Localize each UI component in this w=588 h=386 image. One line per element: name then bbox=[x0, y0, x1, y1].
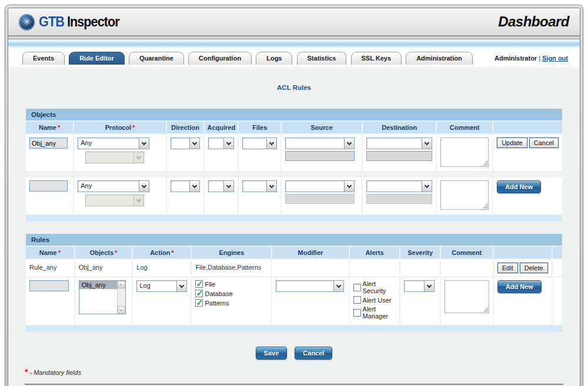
chevron-down-icon[interactable] bbox=[223, 181, 233, 192]
tab-ssl-keys[interactable]: SSL Keys bbox=[351, 52, 402, 65]
listbox-scrollbar[interactable] bbox=[117, 281, 125, 314]
database-checkbox[interactable] bbox=[195, 290, 203, 297]
acquired-select[interactable] bbox=[208, 137, 234, 149]
rule-action-value: Log bbox=[133, 260, 191, 276]
chevron-down-icon bbox=[133, 152, 143, 163]
new-destination-select[interactable] bbox=[366, 180, 432, 192]
tab-administration[interactable]: Administration bbox=[406, 52, 473, 65]
tab-statistics[interactable]: Statistics bbox=[297, 52, 347, 65]
protocol-sub-select bbox=[85, 152, 144, 163]
save-button[interactable]: Save bbox=[256, 347, 288, 360]
page-title: Dashboard bbox=[498, 14, 569, 30]
new-protocol-select[interactable]: Any bbox=[78, 180, 149, 192]
tab-rule-editor[interactable]: Rule Editor bbox=[69, 52, 125, 65]
alert-user-option: Alert User bbox=[353, 296, 396, 304]
chevron-down-icon[interactable] bbox=[139, 138, 149, 149]
chevron-down-icon[interactable] bbox=[176, 281, 186, 291]
window-frame: ✳ GTB Inspector Dashboard Events Rule Ed… bbox=[5, 5, 583, 386]
blue-gradient-bar bbox=[8, 39, 580, 48]
alert-security-option: Alert Security bbox=[353, 280, 396, 294]
new-rule-comment-textarea[interactable] bbox=[445, 280, 489, 313]
listbox-option[interactable]: Obj_any bbox=[79, 281, 117, 289]
chevron-down-icon[interactable] bbox=[223, 138, 233, 149]
new-direction-select[interactable] bbox=[171, 180, 200, 192]
delete-rule-button[interactable]: Delete bbox=[520, 263, 548, 273]
chevron-down-icon[interactable] bbox=[139, 181, 149, 192]
mandatory-fields-note: *- Mandatory fields bbox=[25, 367, 563, 377]
tab-configuration[interactable]: Configuration bbox=[188, 52, 252, 65]
destination-select[interactable] bbox=[366, 137, 432, 149]
objects-section-header: Objects bbox=[26, 109, 562, 120]
new-source-select[interactable] bbox=[285, 180, 355, 192]
update-button[interactable]: Update bbox=[497, 137, 527, 148]
action-select[interactable]: Log bbox=[136, 280, 187, 292]
cancel-object-button[interactable]: Cancel bbox=[529, 137, 559, 148]
object-name-input[interactable] bbox=[29, 137, 68, 149]
engine-patterns-option: Patterns bbox=[195, 299, 268, 307]
scroll-down-icon[interactable] bbox=[118, 306, 125, 314]
col-header-files: Files bbox=[239, 122, 280, 133]
object-comment-textarea[interactable] bbox=[440, 137, 489, 167]
source-select[interactable] bbox=[285, 137, 355, 149]
save-bar: Save Cancel bbox=[25, 347, 563, 360]
chevron-down-icon[interactable] bbox=[344, 181, 354, 192]
chevron-down-icon[interactable] bbox=[344, 138, 354, 149]
patterns-checkbox[interactable] bbox=[195, 299, 203, 307]
modifier-select[interactable] bbox=[276, 280, 344, 292]
tab-events[interactable]: Events bbox=[22, 52, 65, 65]
file-checkbox[interactable] bbox=[195, 280, 203, 288]
col-header-alerts: Alerts bbox=[350, 247, 400, 259]
severity-select[interactable] bbox=[404, 280, 435, 292]
rule-objects-value: Obj_any bbox=[75, 260, 132, 276]
edit-rule-button[interactable]: Edit bbox=[497, 263, 518, 273]
alert-user-checkbox[interactable] bbox=[353, 296, 361, 304]
chevron-down-icon[interactable] bbox=[422, 138, 432, 149]
destination-input[interactable] bbox=[366, 151, 432, 161]
col-header-actions bbox=[493, 122, 562, 133]
file-checkbox-label: File bbox=[205, 281, 215, 288]
source-input[interactable] bbox=[285, 151, 355, 161]
rules-table: Rules Name* Objects* Action* Engines Mod… bbox=[25, 233, 563, 333]
objects-listbox[interactable]: Obj_any bbox=[79, 280, 126, 314]
col-header-rule-actions bbox=[494, 247, 552, 259]
tab-logs[interactable]: Logs bbox=[256, 52, 292, 65]
tab-quarantine[interactable]: Quarantine bbox=[129, 52, 184, 65]
col-header-severity: Severity bbox=[400, 247, 439, 259]
new-destination-input[interactable] bbox=[366, 194, 432, 204]
new-object-comment-textarea[interactable] bbox=[440, 180, 489, 210]
cancel-button[interactable]: Cancel bbox=[295, 347, 332, 360]
alert-security-checkbox[interactable] bbox=[353, 284, 361, 291]
required-mark: * bbox=[58, 124, 60, 131]
add-new-rule-button[interactable]: Add New bbox=[497, 280, 542, 293]
alert-manager-checkbox[interactable] bbox=[353, 309, 361, 317]
chevron-down-icon[interactable] bbox=[333, 281, 343, 291]
patterns-checkbox-label: Patterns bbox=[205, 300, 229, 307]
new-rule-name-input[interactable] bbox=[29, 280, 69, 291]
files-select[interactable] bbox=[242, 137, 277, 149]
new-object-name-input[interactable] bbox=[29, 180, 68, 192]
add-new-object-button[interactable]: Add New bbox=[497, 180, 541, 193]
chevron-down-icon[interactable] bbox=[189, 181, 199, 192]
chevron-down-icon[interactable] bbox=[424, 281, 434, 291]
sign-out-link[interactable]: Sign out bbox=[542, 55, 568, 62]
chevron-down-icon[interactable] bbox=[266, 138, 276, 149]
chevron-down-icon[interactable] bbox=[189, 138, 199, 149]
objects-edit-row: Any Update Cancel bbox=[26, 135, 562, 171]
new-files-select[interactable] bbox=[242, 180, 277, 192]
direction-select[interactable] bbox=[171, 137, 200, 149]
chevron-down-icon[interactable] bbox=[266, 181, 276, 192]
required-mark: * bbox=[171, 249, 173, 256]
required-mark: * bbox=[115, 249, 117, 256]
protocol-select[interactable]: Any bbox=[78, 137, 149, 149]
new-source-input[interactable] bbox=[285, 194, 355, 204]
chevron-down-icon[interactable] bbox=[422, 181, 432, 192]
main-content: ACL Rules Objects Name* Protocol* Direct… bbox=[8, 67, 580, 386]
tab-bar: Events Rule Editor Quarantine Configurat… bbox=[8, 48, 580, 67]
scroll-up-icon[interactable] bbox=[118, 281, 125, 288]
engine-file-option: File bbox=[195, 280, 268, 288]
new-protocol-sub-select bbox=[85, 194, 144, 206]
new-acquired-select[interactable] bbox=[208, 180, 234, 192]
objects-table-footer bbox=[26, 215, 562, 221]
col-header-rule-name: Name* bbox=[26, 247, 74, 259]
col-header-extra bbox=[553, 247, 562, 259]
